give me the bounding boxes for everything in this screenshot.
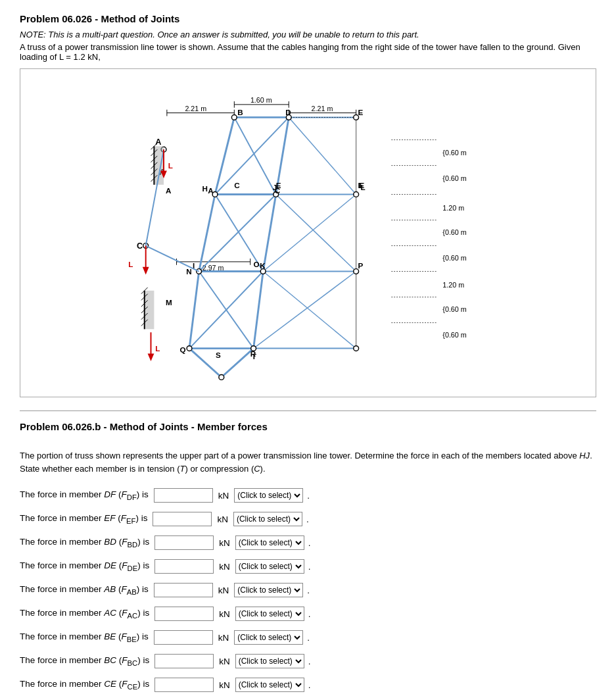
svg-text:1.60 m: 1.60 m [250,96,272,104]
force-row-DF: The force in member DF (FDF) is kN (Clic… [20,488,596,503]
svg-text:H: H [202,184,208,193]
force-input-DF[interactable] [154,488,213,503]
svg-text:C: C [137,241,143,251]
select-DE[interactable]: (Click to select) T C [235,559,304,574]
svg-text:L: L [360,183,365,191]
svg-line-47 [189,272,263,349]
svg-line-54 [289,117,356,194]
force-label-AC: The force in member AC (FAC) is [20,608,149,620]
svg-line-37 [254,272,264,349]
svg-rect-102 [154,146,164,185]
svg-point-72 [187,346,192,351]
force-label-BD: The force in member BD (FBD) is [20,537,149,549]
svg-text:O: O [254,260,260,268]
select-EF[interactable]: (Click to select) T C [233,512,302,526]
svg-text:P: P [358,261,364,270]
svg-text:2.21 m: 2.21 m [185,105,206,112]
kn-label-BC: kN [219,657,230,666]
force-row-BE: The force in member BE (FBE) is kN (Clic… [20,630,596,645]
svg-line-42 [234,117,275,194]
force-label-DE: The force in member DE (FDE) is [20,560,149,572]
dot-CE: . [308,680,311,690]
select-DF[interactable]: (Click to select) T C [234,488,303,503]
svg-text:D: D [285,108,291,116]
svg-text:J: J [273,183,277,191]
force-input-CE[interactable] [154,678,214,692]
problem-title: Problem 06.026 - Method of Joints [20,13,596,24]
dot-BC: . [308,657,311,666]
svg-line-33 [199,194,215,271]
kn-label-BE: kN [218,633,229,643]
kn-label-AB: kN [218,585,229,595]
svg-text:A: A [166,186,172,195]
force-input-BE[interactable] [154,630,213,645]
force-input-AB[interactable] [154,583,213,597]
dot-DE: . [308,562,311,572]
svg-line-32 [215,117,234,194]
select-AC[interactable]: (Click to select) T C [235,607,304,621]
dot-DF: . [307,491,310,501]
section-divider [20,410,596,411]
kn-label-EF: kN [217,514,228,524]
note-text: NOTE: This is a multi-part question. Onc… [20,30,596,39]
svg-text:{0.60 m: {0.60 m [442,254,466,262]
svg-text:1.20 m: 1.20 m [442,204,464,212]
svg-text:B: B [237,108,243,116]
svg-text:L: L [155,344,160,353]
select-BC[interactable]: (Click to select) T C [235,654,304,668]
svg-text:C: C [234,181,240,189]
truss-diagram: 2.21 m 1.60 m 2.21 m {0.60 m {0.60 m 1.2… [27,76,589,390]
svg-point-63 [231,115,237,120]
svg-text:K: K [260,261,266,270]
svg-point-75 [219,375,224,380]
select-CE[interactable]: (Click to select) T C [235,678,304,692]
force-row-CE: The force in member CE (FCE) is kN (Clic… [20,678,596,692]
force-input-BC[interactable] [154,654,214,668]
force-row-BD: The force in member BD (FBD) is kN (Clic… [20,535,596,550]
dot-AB: . [307,585,310,595]
kn-label-AC: kN [219,609,230,619]
svg-text:Q: Q [179,345,185,354]
force-label-BE: The force in member BE (FBE) is [20,632,149,643]
svg-rect-110 [145,291,154,330]
svg-point-70 [260,269,266,274]
svg-text:2.21 m: 2.21 m [312,105,333,112]
svg-line-59 [276,194,356,271]
dot-EF: . [306,514,309,524]
svg-point-74 [354,346,359,351]
force-label-EF: The force in member EF (FEF) is [20,513,147,525]
svg-line-120 [146,246,199,272]
select-BD[interactable]: (Click to select) T C [235,535,304,550]
force-input-AC[interactable] [154,607,214,621]
force-row-BC: The force in member BC (FBC) is kN (Clic… [20,654,596,668]
force-row-EF: The force in member EF (FEF) is kN (Clic… [20,512,596,526]
svg-text:{0.60 m: {0.60 m [442,331,466,339]
force-input-BD[interactable] [154,535,214,550]
part-b-title: Problem 06.026.b - Method of Joints - Me… [20,421,596,432]
svg-text:{0.60 m: {0.60 m [442,174,466,182]
part-b-description: The portion of truss shown represents th… [20,449,596,475]
select-BE[interactable]: (Click to select) T C [234,630,303,645]
svg-line-49 [222,349,254,378]
diagram-container: 2.21 m 1.60 m 2.21 m {0.60 m {0.60 m 1.2… [20,68,596,397]
svg-text:E: E [358,108,364,116]
svg-text:L: L [168,161,173,170]
force-input-DE[interactable] [154,559,214,574]
svg-marker-126 [148,353,154,361]
select-AB[interactable]: (Click to select) T C [234,583,303,597]
svg-point-71 [354,269,359,274]
force-label-CE: The force in member CE (FCE) is [20,679,149,691]
svg-text:M: M [166,298,172,307]
force-row-AB: The force in member AB (FAB) is kN (Clic… [20,583,596,597]
svg-text:T: T [252,352,257,360]
dot-AC: . [308,609,311,619]
svg-line-34 [189,272,199,349]
dot-BD: . [308,538,311,548]
svg-text:A: A [155,137,161,147]
svg-text:A: A [208,186,214,195]
force-input-EF[interactable] [153,512,212,526]
svg-line-61 [263,272,356,349]
svg-text:{0.60 m: {0.60 m [442,149,466,157]
force-row-DE: The force in member DE (FDE) is kN (Clic… [20,559,596,574]
svg-text:L: L [128,260,133,268]
